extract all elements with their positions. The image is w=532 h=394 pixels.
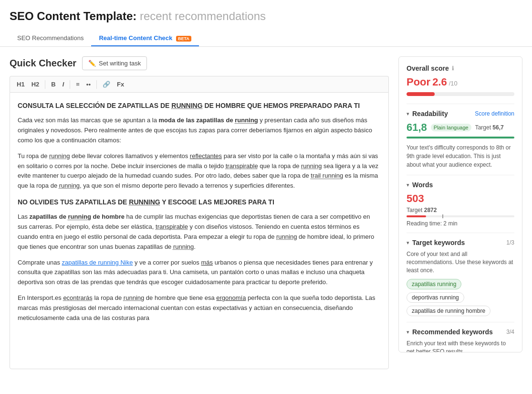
editor-toolbar: H1 H2 B I ≡ •• 🔗 Fx — [10, 76, 389, 92]
readability-progress-bar — [407, 137, 514, 138]
pencil-icon: ✏️ — [88, 60, 96, 67]
editor-heading-2: NO OLVIDES TUS ZAPATILLAS DE RUNNING Y E… — [18, 197, 381, 207]
readability-header-left: ▾ Readability — [407, 110, 448, 117]
h1-button[interactable]: H1 — [14, 79, 28, 89]
editor-section: Quick Checker ✏️ Set writing task H1 H2 … — [10, 56, 389, 369]
editor-para-5: En Intersport.es econtrarás la ropa de r… — [18, 293, 381, 323]
toolbar-divider-2 — [70, 80, 70, 89]
editor-para-1: Cada vez son más las marcas que se apunt… — [18, 116, 381, 145]
sidebar: Overall score ℹ Poor 2.6 /10 ▾ Readabili… — [398, 56, 522, 369]
set-writing-task-button[interactable]: ✏️ Set writing task — [82, 56, 147, 70]
plain-language-badge: Plain language — [431, 124, 471, 131]
clear-format-button[interactable]: Fx — [114, 79, 127, 89]
words-bar-fill — [407, 215, 426, 217]
words-chevron: ▾ — [407, 182, 409, 188]
link-button[interactable]: 🔗 — [100, 79, 113, 89]
words-section-header[interactable]: ▾ Words — [407, 181, 514, 189]
tab-seo-recommendations[interactable]: SEO Recommendations — [10, 31, 91, 46]
reading-time: Reading time: 2 min — [407, 220, 514, 227]
h2-button[interactable]: H2 — [29, 79, 42, 89]
nike-link[interactable]: zapatillas de running Nike — [62, 259, 133, 266]
readability-score: 61,8 — [407, 121, 427, 134]
target-keywords-count: 1/3 — [506, 239, 514, 246]
score-bar-fill — [407, 92, 435, 96]
tab-real-time[interactable]: Real-time Content Check BETA — [91, 31, 198, 46]
recommended-keywords-desc: Enrich your text with these keywords to … — [407, 340, 514, 352]
score-display: Poor 2.6 /10 — [407, 76, 514, 88]
ordered-list-button[interactable]: ≡ — [73, 79, 83, 89]
readability-progress-fill — [407, 137, 514, 138]
readability-score-row: 61,8 Plain language Target 56,7 — [407, 121, 514, 134]
readability-desc: Your text's difficulty corresponds to 8t… — [407, 143, 514, 169]
italic-button[interactable]: I — [60, 79, 67, 89]
recommended-keywords-title: Recommended keywords — [412, 328, 493, 336]
toolbar-divider-3 — [96, 80, 97, 89]
recommended-keywords-header[interactable]: ▾ Recommended keywords 3/4 — [407, 328, 514, 336]
keyword-tag-deportivas-running[interactable]: deportivas running — [407, 292, 464, 303]
score-number: 2.6 — [432, 76, 447, 88]
words-target: Target 2872 — [407, 207, 437, 213]
toolbar-divider-1 — [45, 80, 45, 89]
overall-score-bar — [407, 92, 514, 96]
recommended-keywords-chevron: ▾ — [407, 329, 409, 335]
editor-heading-1: CONSULTA LA SELECCIÓN DE ZAPATILLAS DE R… — [18, 100, 381, 111]
info-icon[interactable]: ℹ — [452, 65, 454, 72]
target-keywords-header[interactable]: ▾ Target keywords 1/3 — [407, 239, 514, 246]
keyword-tag-zapatillas-hombre[interactable]: zapatillas de running hombre — [407, 306, 490, 316]
divider-4 — [407, 322, 514, 322]
page-header: SEO Content Template: recent recommendat… — [0, 0, 532, 47]
words-count: 503 — [407, 192, 514, 205]
readability-chevron: ▾ — [407, 111, 409, 117]
divider-1 — [407, 104, 514, 104]
overall-score-header: Overall score ℹ — [407, 64, 514, 72]
readability-title: Readability — [412, 110, 448, 117]
page-title: SEO Content Template: recent recommendat… — [10, 10, 522, 23]
recommended-keywords-count: 3/4 — [506, 329, 514, 335]
editor-para-4: Cómprate unas zapatillas de running Nike… — [18, 258, 381, 288]
target-keywords-title: Target keywords — [412, 239, 465, 246]
words-bar-marker — [442, 214, 443, 218]
score-definition-link[interactable]: Score definition — [475, 110, 514, 117]
readability-target: Target 56,7 — [475, 124, 504, 131]
divider-3 — [407, 233, 514, 233]
quick-checker-title: Quick Checker — [10, 58, 76, 69]
unordered-list-button[interactable]: •• — [83, 79, 94, 89]
beta-badge: BETA — [176, 36, 191, 42]
target-keyword-tags: zapatillas running deportivas running za… — [407, 279, 514, 316]
overall-score-title: Overall score — [407, 64, 449, 72]
editor-content[interactable]: CONSULTA LA SELECCIÓN DE ZAPATILLAS DE R… — [10, 92, 389, 369]
divider-2 — [407, 175, 514, 175]
score-quality-label: Poor — [407, 76, 430, 88]
keyword-tag-zapatillas-running[interactable]: zapatillas running — [407, 279, 461, 289]
editor-para-2: Tu ropa de running debe llevar colores l… — [18, 151, 381, 191]
score-max: /10 — [449, 80, 458, 87]
target-keywords-desc: Core of your text and all recommendation… — [407, 250, 514, 274]
tabs-bar: SEO Recommendations Real-time Content Ch… — [10, 31, 522, 46]
bold-button[interactable]: B — [48, 79, 58, 89]
readability-section-header[interactable]: ▾ Readability Score definition — [407, 110, 514, 117]
words-bar — [407, 215, 514, 217]
editor-para-3: Las zapatillas de running de hombre ha d… — [18, 212, 381, 252]
words-title: Words — [412, 181, 433, 189]
quick-checker-header: Quick Checker ✏️ Set writing task — [10, 56, 389, 70]
score-card: Overall score ℹ Poor 2.6 /10 ▾ Readabili… — [398, 56, 522, 352]
target-keywords-chevron: ▾ — [407, 240, 409, 246]
main-layout: Quick Checker ✏️ Set writing task H1 H2 … — [0, 47, 532, 379]
